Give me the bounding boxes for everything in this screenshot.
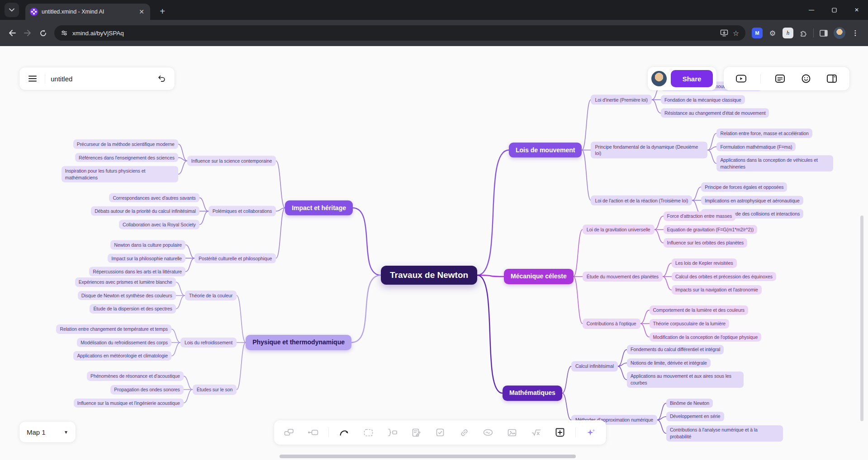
summary-icon[interactable] bbox=[384, 424, 401, 441]
leaf-topic[interactable]: Disque de Newton et synthèse des couleur… bbox=[78, 291, 176, 300]
window-close-button[interactable]: ✕ bbox=[845, 0, 868, 20]
leaf-topic[interactable]: Relation entre changement de température… bbox=[56, 324, 171, 334]
main-topic[interactable]: Lois de mouvement bbox=[509, 142, 582, 158]
leaf-topic[interactable]: Modification de la conception de l'optiq… bbox=[650, 332, 762, 342]
subtopic[interactable]: Principe fondamental de la dynamique (De… bbox=[591, 141, 707, 158]
tab-search-button[interactable] bbox=[5, 3, 19, 17]
main-topic[interactable]: Impact et héritage bbox=[285, 200, 353, 216]
leaf-topic[interactable]: Fondation de la mécanique classique bbox=[661, 95, 745, 104]
extension-h-icon[interactable]: h bbox=[783, 28, 793, 38]
mindmap-canvas[interactable]: Travaux de Newton Lois de mouvementLoi d… bbox=[0, 46, 868, 460]
leaf-topic[interactable]: Précurseur de la méthode scientifique mo… bbox=[73, 140, 178, 149]
leaf-topic[interactable]: Force d'attraction entre masses bbox=[664, 211, 736, 221]
undo-icon[interactable] bbox=[155, 72, 168, 85]
user-avatar[interactable] bbox=[651, 71, 667, 86]
subtopic[interactable]: Théorie de la couleur bbox=[185, 291, 237, 301]
window-maximize-button[interactable] bbox=[823, 0, 845, 20]
leaf-topic[interactable]: Références dans l'enseignement des scien… bbox=[75, 153, 178, 162]
boundary-icon[interactable] bbox=[360, 424, 377, 441]
browser-menu-kebab-icon[interactable]: ⋮ bbox=[850, 28, 861, 38]
extension-m-icon[interactable]: M bbox=[752, 28, 763, 38]
leaf-topic[interactable]: Formulation mathématique (F=ma) bbox=[716, 142, 796, 151]
leaf-topic[interactable]: Comportement de la lumière et des couleu… bbox=[650, 305, 748, 315]
bookmark-star-icon[interactable]: ☆ bbox=[733, 29, 739, 38]
insert-icon[interactable] bbox=[551, 424, 569, 441]
leaf-topic[interactable]: Débats autour de la priorité du calcul i… bbox=[91, 207, 199, 216]
subtopic[interactable]: Contributions à l'optique bbox=[583, 319, 640, 329]
url-text[interactable]: xmind.ai/byVjSPAq bbox=[72, 30, 716, 37]
subtopic[interactable]: Postérité culturelle et philosophique bbox=[194, 253, 276, 263]
leaf-topic[interactable]: Correspondances avec d'autres savants bbox=[109, 193, 199, 202]
subtopic[interactable]: Études sur le son bbox=[193, 385, 237, 395]
leaf-topic[interactable]: Impact sur la philosophie naturelle bbox=[108, 253, 185, 263]
central-topic[interactable]: Travaux de Newton bbox=[381, 266, 477, 285]
subtopic[interactable]: Influence sur la science contemporaine bbox=[187, 156, 276, 166]
browser-profile-avatar[interactable] bbox=[834, 27, 845, 39]
install-app-icon[interactable] bbox=[720, 29, 728, 37]
document-title[interactable]: untitled bbox=[51, 75, 149, 83]
main-topic[interactable]: Physique et thermodynamique bbox=[246, 335, 351, 350]
subtopic[interactable]: Calcul infinitésimal bbox=[571, 361, 618, 371]
forward-button[interactable] bbox=[20, 25, 35, 41]
leaf-topic[interactable]: Phénomènes de résonance et d'acoustique bbox=[87, 371, 184, 381]
leaf-topic[interactable]: Notions de limite, dérivée et intégrale bbox=[627, 358, 711, 368]
leaf-topic[interactable]: Calcul des orbites et précession des équ… bbox=[672, 272, 776, 282]
subtopic[interactable]: Loi de l'action et de la réaction (Trois… bbox=[591, 195, 692, 206]
ai-sparkle-icon[interactable] bbox=[583, 424, 600, 441]
leaf-topic[interactable]: Résistance au changement d'état de mouve… bbox=[661, 108, 769, 118]
leaf-topic[interactable]: Propagation des ondes sonores bbox=[110, 385, 183, 394]
main-topic[interactable]: Mathématiques bbox=[503, 385, 562, 401]
extensions-puzzle-icon[interactable] bbox=[798, 28, 809, 38]
leaf-topic[interactable]: Théorie corpusculaire de la lumière bbox=[650, 319, 730, 329]
topic-icon[interactable] bbox=[280, 424, 298, 441]
leaf-topic[interactable]: Implications en astrophysique et aéronau… bbox=[701, 196, 803, 205]
subtopic-icon[interactable] bbox=[304, 424, 322, 441]
notes-icon[interactable] bbox=[773, 72, 787, 85]
leaf-topic[interactable]: Impacts sur la navigation et l'astronomi… bbox=[672, 285, 762, 295]
leaf-topic[interactable]: Binôme de Newton bbox=[666, 399, 713, 408]
leaf-topic[interactable]: Newton dans la culture populaire bbox=[110, 240, 185, 249]
subtopic[interactable]: Lois du refroidissement bbox=[180, 338, 237, 348]
task-icon[interactable] bbox=[432, 424, 449, 441]
leaf-topic[interactable]: Les lois de Kepler revisitées bbox=[672, 258, 737, 268]
leaf-topic[interactable]: Applications en météorologie et climatol… bbox=[73, 351, 171, 361]
leaf-topic[interactable]: Répercussions dans les arts et la littér… bbox=[89, 267, 185, 277]
image-icon[interactable] bbox=[503, 424, 521, 441]
reload-button[interactable] bbox=[35, 25, 51, 41]
subtopic[interactable]: Étude du mouvement des planètes bbox=[583, 272, 663, 282]
site-info-icon[interactable] bbox=[61, 29, 68, 37]
leaf-topic[interactable]: Étude de la dispersion et des spectres bbox=[90, 304, 175, 314]
menu-hamburger-icon[interactable] bbox=[26, 72, 39, 85]
map-selector[interactable]: Map 1 ▼ bbox=[19, 422, 76, 442]
extension-gear-icon[interactable]: ⚙ bbox=[767, 28, 778, 38]
leaf-topic[interactable]: Inspiration pour les futurs physiciens e… bbox=[62, 166, 178, 182]
leaf-topic[interactable]: Modélisation du refroidissement des corp… bbox=[77, 338, 171, 347]
hyperlink-icon[interactable] bbox=[455, 424, 473, 441]
leaf-topic[interactable]: Fondements du calcul différentiel et int… bbox=[627, 345, 724, 354]
leaf-topic[interactable]: Principe de forces égales et opposées bbox=[701, 182, 787, 192]
equation-icon[interactable] bbox=[527, 424, 545, 441]
address-bar[interactable]: xmind.ai/byVjSPAq ☆ bbox=[54, 25, 745, 41]
leaf-topic[interactable]: Applications au mouvement et aux aires s… bbox=[627, 372, 744, 388]
leaf-topic[interactable]: Développement en série bbox=[666, 412, 724, 422]
layout-panel-icon[interactable] bbox=[825, 72, 839, 85]
relationship-icon[interactable] bbox=[336, 424, 353, 441]
horizontal-scrollbar[interactable] bbox=[280, 455, 576, 458]
video-tutorial-icon[interactable] bbox=[735, 72, 748, 85]
subtopic[interactable]: Loi d'inertie (Première loi) bbox=[591, 94, 652, 105]
audio-icon[interactable] bbox=[479, 424, 497, 441]
subtopic[interactable]: Loi de la gravitation universelle bbox=[583, 225, 655, 235]
new-tab-button[interactable]: + bbox=[156, 5, 169, 18]
side-panel-icon[interactable] bbox=[818, 28, 829, 38]
share-button[interactable]: Share bbox=[671, 70, 713, 87]
tab-close-icon[interactable]: ✕ bbox=[138, 8, 146, 16]
note-icon[interactable] bbox=[408, 424, 425, 441]
leaf-topic[interactable]: Influence sur les orbites des planètes bbox=[664, 238, 748, 248]
reactions-smiley-icon[interactable] bbox=[799, 72, 813, 85]
back-button[interactable] bbox=[5, 25, 20, 41]
main-topic[interactable]: Mécanique céleste bbox=[504, 269, 574, 284]
leaf-topic[interactable]: Equation de gravitation (F=G(m1*m2/r^2)) bbox=[664, 225, 757, 235]
leaf-topic[interactable]: Contributions à l'analyse numérique et à… bbox=[666, 425, 783, 441]
leaf-topic[interactable]: Collaboration avec la Royal Society bbox=[119, 220, 199, 230]
browser-tab[interactable]: untitled.xmind - Xmind AI ✕ bbox=[25, 4, 150, 20]
